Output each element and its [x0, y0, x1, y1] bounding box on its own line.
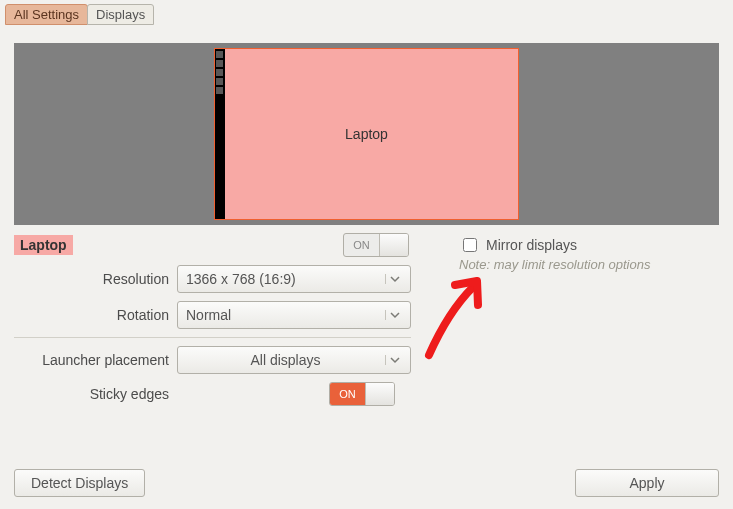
- resolution-dropdown[interactable]: 1366 x 768 (16:9): [177, 265, 411, 293]
- chevron-down-icon: [385, 310, 404, 320]
- selected-display-name: Laptop: [14, 235, 73, 255]
- divider: [14, 337, 411, 338]
- launcher-icons: [216, 51, 223, 94]
- display-power-switch[interactable]: ON: [343, 233, 409, 257]
- breadcrumb-displays[interactable]: Displays: [87, 4, 154, 25]
- breadcrumb-all-settings[interactable]: All Settings: [5, 4, 88, 25]
- switch-knob: [365, 383, 394, 405]
- annotation-arrow-icon: [411, 271, 501, 361]
- display-power-switch-label: ON: [344, 234, 379, 256]
- mirror-displays-label: Mirror displays: [486, 237, 577, 253]
- sticky-edges-label: Sticky edges: [14, 386, 169, 402]
- chevron-down-icon: [385, 355, 404, 365]
- preview-monitor-label: Laptop: [345, 126, 388, 142]
- apply-button[interactable]: Apply: [575, 469, 719, 497]
- mirror-note: Note: may limit resolution options: [459, 257, 719, 272]
- sticky-edges-switch-label: ON: [330, 383, 365, 405]
- preview-monitor-laptop[interactable]: Laptop: [214, 48, 519, 220]
- display-arrangement-preview[interactable]: Laptop: [14, 43, 719, 225]
- resolution-label: Resolution: [14, 271, 169, 287]
- mirror-displays-checkbox[interactable]: [463, 238, 477, 252]
- detect-displays-button[interactable]: Detect Displays: [14, 469, 145, 497]
- sticky-edges-switch[interactable]: ON: [329, 382, 395, 406]
- rotation-label: Rotation: [14, 307, 169, 323]
- switch-knob: [379, 234, 408, 256]
- breadcrumb: All Settings Displays: [0, 0, 733, 25]
- rotation-dropdown[interactable]: Normal: [177, 301, 411, 329]
- launcher-placement-value: All displays: [250, 352, 320, 368]
- resolution-value: 1366 x 768 (16:9): [186, 271, 296, 287]
- launcher-placement-label: Launcher placement: [14, 352, 169, 368]
- chevron-down-icon: [385, 274, 404, 284]
- rotation-value: Normal: [186, 307, 231, 323]
- launcher-placement-dropdown[interactable]: All displays: [177, 346, 411, 374]
